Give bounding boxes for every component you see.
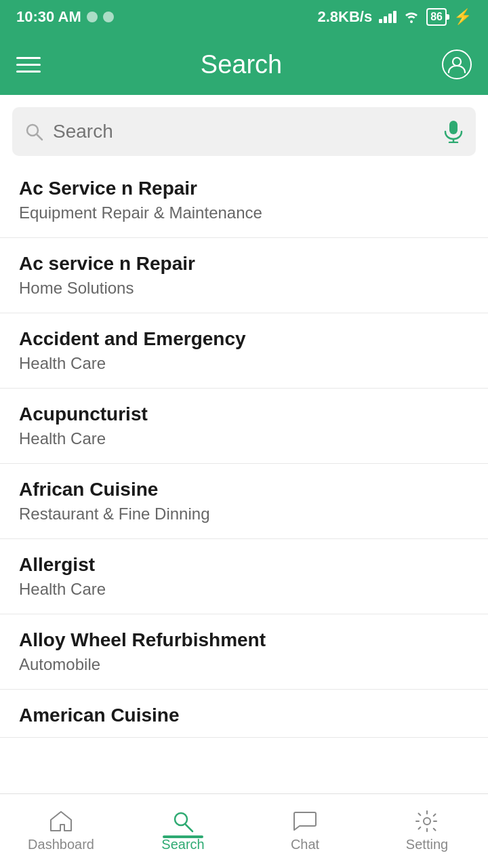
item-title: Acupuncturist [19, 403, 472, 425]
user-profile-icon[interactable] [442, 50, 472, 79]
bottom-nav: Dashboard Search Chat Setting [0, 793, 488, 868]
nav-label-chat: Chat [291, 837, 319, 852]
nav-item-search[interactable]: Search [122, 810, 244, 852]
nav-label-setting: Setting [406, 837, 448, 852]
nav-label-search: Search [161, 837, 204, 852]
status-dot-1 [87, 12, 98, 22]
home-icon [49, 810, 73, 833]
battery-level: 86 [430, 11, 443, 23]
chat-icon [293, 810, 317, 833]
list-item[interactable]: Accident and Emergency Health Care [0, 313, 488, 389]
list-item[interactable]: American Cuisine [0, 690, 488, 738]
item-title: American Cuisine [19, 705, 472, 726]
microphone-icon[interactable] [443, 120, 464, 143]
status-left: 10:30 AM [16, 8, 114, 26]
status-speed: 2.8KB/s [317, 8, 372, 26]
svg-point-0 [453, 58, 461, 66]
page-title: Search [201, 50, 282, 79]
nav-label-dashboard: Dashboard [28, 837, 94, 852]
item-title: Ac Service n Repair [19, 178, 472, 199]
item-title: Allergist [19, 554, 472, 576]
nav-item-chat[interactable]: Chat [244, 810, 366, 852]
search-nav-icon [171, 810, 195, 833]
list-item[interactable]: Ac Service n Repair Equipment Repair & M… [0, 163, 488, 238]
signal-bars-icon [379, 11, 396, 23]
search-bar-container [12, 107, 476, 156]
nav-item-setting[interactable]: Setting [366, 810, 488, 852]
svg-line-7 [186, 825, 192, 831]
list-item[interactable]: Ac service n Repair Home Solutions [0, 238, 488, 313]
list-item[interactable]: African Cuisine Restaurant & Fine Dinnin… [0, 464, 488, 539]
item-subtitle: Automobile [19, 655, 472, 674]
list-item[interactable]: Allergist Health Care [0, 539, 488, 614]
item-title: Alloy Wheel Refurbishment [19, 629, 472, 651]
nav-active-indicator [163, 835, 203, 838]
item-subtitle: Restaurant & Fine Dinning [19, 505, 472, 524]
status-right: 2.8KB/s 86 ⚡ [317, 8, 472, 26]
charge-icon: ⚡ [453, 8, 472, 26]
item-subtitle: Health Care [19, 429, 472, 448]
app-header: Search [0, 34, 488, 95]
search-bar-search-icon [24, 122, 43, 141]
search-input[interactable] [53, 121, 443, 142]
nav-item-dashboard[interactable]: Dashboard [0, 810, 122, 852]
item-title: African Cuisine [19, 479, 472, 500]
search-results-list: Ac Service n Repair Equipment Repair & M… [0, 163, 488, 819]
svg-line-2 [37, 135, 43, 140]
item-subtitle: Home Solutions [19, 279, 472, 298]
list-item[interactable]: Alloy Wheel Refurbishment Automobile [0, 614, 488, 690]
status-bar: 10:30 AM 2.8KB/s 86 ⚡ [0, 0, 488, 34]
item-title: Accident and Emergency [19, 328, 472, 350]
list-container: Ac Service n Repair Equipment Repair & M… [0, 163, 488, 738]
battery-icon: 86 [426, 8, 447, 26]
status-dot-2 [103, 12, 114, 22]
item-title: Ac service n Repair [19, 253, 472, 275]
wifi-icon [403, 11, 420, 23]
item-subtitle: Equipment Repair & Maintenance [19, 203, 472, 222]
svg-point-8 [424, 818, 430, 825]
svg-rect-3 [449, 121, 458, 134]
item-subtitle: Health Care [19, 354, 472, 373]
status-time: 10:30 AM [16, 8, 81, 26]
svg-point-1 [27, 125, 38, 136]
settings-icon [415, 810, 439, 833]
hamburger-menu-icon[interactable] [16, 57, 41, 73]
svg-point-6 [175, 813, 187, 825]
item-subtitle: Health Care [19, 580, 472, 599]
list-item[interactable]: Acupuncturist Health Care [0, 389, 488, 464]
